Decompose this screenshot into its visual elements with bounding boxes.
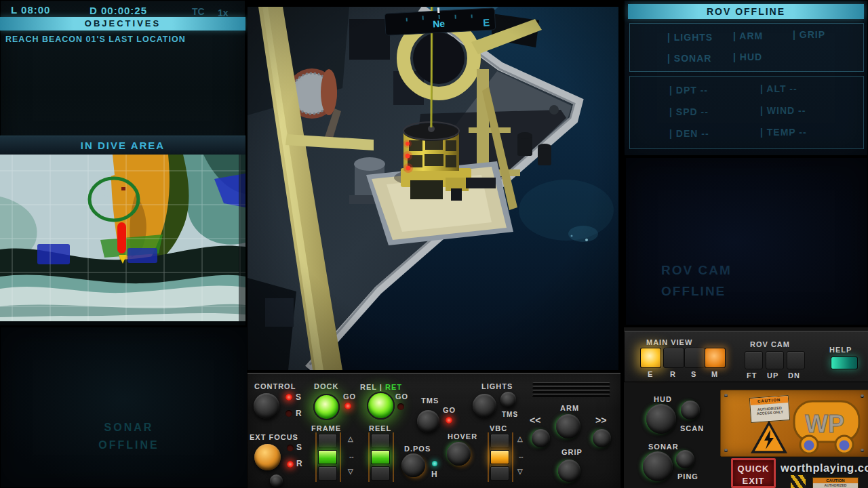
rel-ret-button[interactable] [367, 392, 395, 420]
ext-focus-knob[interactable] [254, 444, 281, 470]
hazard-stripes [791, 475, 806, 488]
dock-button[interactable] [313, 394, 340, 420]
compass-east: E [483, 16, 490, 28]
caution-sticker-2-header: CAUTION [813, 478, 858, 483]
lights-knob[interactable] [473, 394, 496, 418]
dpos-label: D.POS [404, 445, 431, 453]
vent-slit [532, 394, 610, 397]
bathymetry-map [0, 155, 245, 325]
sonar-map-screen [0, 155, 245, 325]
arm-left-chevrons: << [530, 415, 540, 426]
dpos-knob[interactable] [401, 453, 425, 477]
arm-right-knob[interactable] [593, 429, 611, 447]
rov-cam-key-up: UP [767, 371, 778, 380]
tms-knob[interactable] [417, 410, 439, 432]
ext-focus-sub-knob[interactable] [270, 474, 283, 487]
main-view-button-e[interactable] [640, 348, 661, 368]
rel-go-led [397, 403, 404, 410]
reel-down-button[interactable] [371, 466, 390, 481]
main-view-key-m: M [711, 370, 718, 378]
vent-slit [532, 390, 610, 393]
arm-knob[interactable] [556, 414, 580, 439]
main-view-screen: Ne E [248, 7, 618, 370]
rov-cam-key-dn: DN [788, 371, 800, 380]
compass-heading: Ne [433, 18, 446, 30]
help-button[interactable] [831, 357, 858, 369]
frame-up-arrow: △ [348, 435, 353, 443]
vbc-up-arrow: △ [517, 435, 523, 443]
tc-label: TC [192, 6, 205, 17]
main-view-label: MAIN VIEW [646, 338, 692, 346]
dive-time: D 00:00:25 [90, 5, 147, 16]
vent-slit [532, 382, 610, 385]
help-label: HELP [829, 346, 852, 354]
vbc-down-button[interactable] [490, 466, 509, 481]
frame-down-arrow: ▽ [348, 468, 353, 475]
rel-go-label: GO [395, 392, 408, 401]
dock-go-led [344, 403, 351, 409]
grip-label: GRIP [561, 448, 583, 456]
frame-mid-button[interactable] [318, 450, 337, 464]
rov-cam-button-up[interactable] [766, 351, 784, 369]
grip-knob[interactable] [558, 460, 580, 482]
frame-up-button[interactable] [318, 434, 337, 448]
vbc-label: VBC [490, 424, 507, 432]
control-label: CONTROL [254, 382, 296, 390]
main-console: CONTROL S R DOCK GO REL | RET GO TMS GO … [248, 373, 620, 488]
rov-cam-button-ft[interactable] [745, 351, 763, 369]
reel-label: REEL [369, 424, 391, 432]
objectives-screen: L 08:00 D 00:00:25 TC 1x OBJECTIVES REAC… [0, 0, 245, 155]
sonar-offline-line2: OFFLINE [61, 436, 197, 454]
ship-scene: Ne E [248, 7, 618, 370]
reel-mid-button[interactable] [371, 450, 390, 464]
telemetry-alt: | ALT -- [760, 83, 797, 94]
main-view-button-m[interactable] [705, 348, 726, 368]
rov-sys-hud: | HUD [733, 52, 762, 62]
quick-exit-button[interactable]: QUICK EXIT [731, 458, 776, 488]
ret-label: RET [385, 383, 402, 391]
control-s-label: S [296, 392, 302, 402]
rov-sys-sonar: | SONAR [667, 53, 711, 64]
main-view-button-s[interactable] [684, 348, 705, 368]
reel-up-button[interactable] [371, 434, 390, 448]
rov-cam-offline-line1: ROV CAM [661, 260, 732, 281]
telemetry-den: | DEN -- [669, 128, 709, 139]
arm-right-chevrons: >> [595, 415, 606, 426]
ship-simulator-cockpit: { "left_screen": { "local_time": "L 08:0… [0, 0, 868, 488]
aux-console: MAIN VIEW E R S M ROV CAM FT UP DN HELP … [624, 327, 868, 488]
dpos-h-led [432, 461, 437, 466]
arm-label: ARM [560, 404, 579, 412]
frame-down-button[interactable] [318, 466, 337, 481]
map-blue-patch-1 [37, 244, 70, 264]
high-voltage-icon [751, 421, 787, 455]
ping-knob[interactable] [676, 450, 694, 468]
lights-tms-label: TMS [502, 411, 518, 418]
main-view-button-r[interactable] [663, 348, 684, 368]
telemetry-wind: | WIND -- [760, 105, 806, 116]
rov-cam-button-dn[interactable] [787, 351, 805, 369]
rov-systems-box: | LIGHTS | ARM | GRIP | SONAR | HUD [629, 23, 864, 72]
telemetry-dpt: | DPT -- [669, 85, 708, 96]
rel-ret-label: REL | RET [360, 383, 402, 391]
sonar-knob[interactable] [643, 451, 673, 481]
watermark: worthplaying.com [781, 462, 868, 474]
lights-tms-knob[interactable] [500, 392, 516, 407]
rel-label: REL | [360, 383, 382, 391]
hud-label: HUD [654, 395, 672, 403]
hud-knob[interactable] [646, 404, 676, 434]
telemetry-temp: | TEMP -- [760, 127, 807, 138]
hover-knob[interactable] [447, 442, 471, 466]
control-knob[interactable] [254, 393, 279, 419]
tms-go-label: GO [443, 406, 456, 414]
dpos-h-label: H [431, 470, 438, 479]
scan-knob[interactable] [681, 401, 700, 420]
arm-left-knob[interactable] [532, 429, 550, 447]
control-r-label: R [296, 409, 302, 418]
caution-sticker-header: CAUTION [750, 396, 789, 405]
rov-sys-arm: | ARM [733, 30, 763, 41]
vbc-mid-button[interactable] [490, 450, 509, 464]
vbc-up-button[interactable] [490, 434, 509, 448]
dive-area-banner: IN DIVE AREA [0, 136, 245, 155]
ext-focus-s-led [287, 445, 294, 451]
main-view-key-s: S [691, 370, 696, 378]
